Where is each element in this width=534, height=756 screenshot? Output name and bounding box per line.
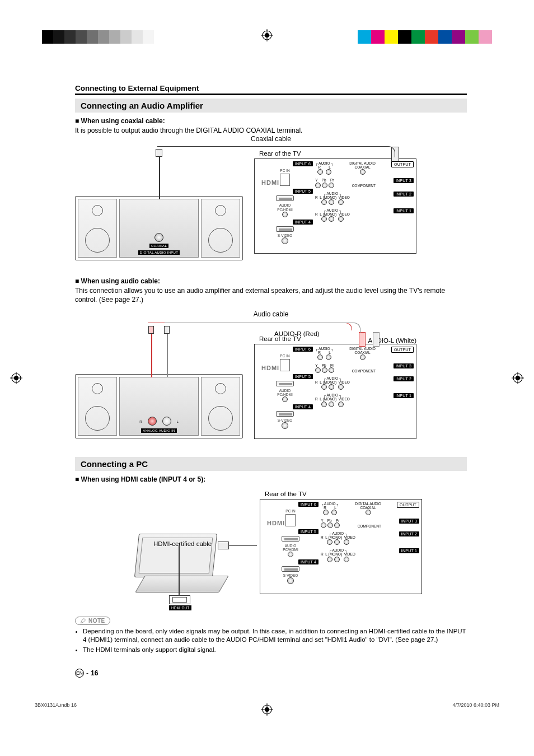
page: Connecting to External Equipment Connect… (0, 0, 534, 756)
note-label: NOTE (88, 618, 105, 624)
amplifier-icon: COAXIAL DIGITAL AUDIO INPUT (119, 199, 199, 258)
port-label: COAXIAL (149, 244, 168, 248)
panel-left-column: INPUT 6 HDMI PC IN INPUT 5 AUDIOPC/HDMI … (263, 502, 318, 591)
input-chip: INPUT 2 (394, 192, 414, 197)
subheading-audio-cable: When using audio cable: (75, 277, 467, 285)
jack-icon (282, 212, 288, 217)
registration-mark-icon (10, 372, 22, 384)
figure-caption: Audio cable (75, 310, 467, 318)
stereo-system-illustration: R L ANALOG AUDIO IN (75, 374, 243, 438)
panel-title: Rear of the TV (265, 491, 307, 497)
input-chip: INPUT 1 (394, 208, 414, 213)
content: Connecting to External Equipment Connect… (75, 84, 467, 655)
hdmi-out-port-icon (169, 595, 190, 604)
svideo-jack-icon (282, 237, 288, 244)
section-title-pc: Connecting a PC (75, 457, 467, 471)
figure-coaxial: COAXIAL DIGITAL AUDIO INPUT Rear of the … (75, 148, 416, 260)
print-footer: 3BX0131A.indb 16 4/7/2010 6:40:03 PM (35, 702, 499, 708)
subheading-coaxial: When using coaxial cable: (75, 117, 467, 125)
panel-title: Rear of the TV (259, 335, 301, 342)
port-label: COAXIAL (354, 165, 370, 169)
print-timestamp: 4/7/2010 6:40:03 PM (452, 702, 499, 708)
tv-rear-panel: Rear of the TV INPUT 6 HDMI PC IN INPUT … (254, 344, 416, 439)
section-title-amplifier: Connecting an Audio Amplifier (75, 99, 467, 113)
print-file: 3BX0131A.indb 16 (35, 702, 77, 708)
speaker-icon (78, 199, 117, 258)
page-footer: EN - 16 (75, 669, 98, 678)
panel-right-column: ┌ AUDIO ┐R L DIGITAL AUDIOCOAXIAL OUTPUT… (315, 347, 414, 436)
port-label: AUDIO (318, 161, 330, 165)
port-label: ANALOG AUDIO IN (141, 428, 177, 433)
paragraph: It is possible to output audio through t… (75, 126, 467, 135)
registration-mark-icon (512, 372, 524, 384)
speaker-icon (201, 377, 240, 436)
stereo-system-illustration: COAXIAL DIGITAL AUDIO INPUT (75, 196, 243, 260)
tv-rear-panel: Rear of the TV INPUT 6 HDMI PC IN INPUT … (254, 158, 416, 254)
note-badge: NOTE (75, 617, 110, 625)
note-item: Depending on the board, only video signa… (83, 627, 467, 645)
panel-left-column: INPUT 6 HDMI PC IN INPUT 5 AUDIOPC/HDMI … (257, 347, 313, 436)
cable-plug-icon (218, 542, 229, 549)
panel-right-column: ┌ AUDIO ┐R L DIGITAL AUDIOCOAXIAL OUTPUT… (321, 502, 419, 591)
color-bar (358, 30, 492, 44)
divider (75, 94, 467, 95)
figure-caption: Coaxial cable (75, 135, 467, 143)
cable-line (165, 323, 360, 333)
hdmi-logo-icon: HDMI (261, 179, 279, 186)
port-label: PC/HDMI (277, 208, 292, 212)
cable-line (179, 545, 180, 595)
figure-audio-cable: AUDIO-R (Red) AUDIO-L (White) R L ANALOG… (75, 324, 416, 447)
subheading-hdmi: When using HDMI cable (INPUT 4 or 5): (75, 475, 467, 483)
pencil-icon (80, 618, 86, 624)
input-chip: INPUT 5 (293, 189, 313, 194)
figure-hdmi-pc: HDMI OUT HDMI-certified cable Rear of th… (75, 489, 433, 606)
cable-plug-icon (359, 332, 366, 347)
amplifier-icon: R L ANALOG AUDIO IN (119, 377, 199, 436)
chapter-title: Connecting to External Equipment (75, 84, 467, 92)
cable-plug-icon (373, 332, 380, 347)
port-label: DIGITAL AUDIO INPUT (138, 250, 180, 255)
coaxial-jack-icon (154, 233, 163, 242)
note-item: The HDMI terminals only support digital … (83, 646, 467, 655)
hdmi-port-icon (276, 226, 294, 232)
language-badge: EN (75, 669, 84, 678)
output-chip: OUTPUT (391, 161, 414, 167)
input-chip: INPUT 3 (394, 178, 414, 183)
speaker-icon (201, 199, 240, 258)
tv-rear-panel: Rear of the TV INPUT 6 HDMI PC IN INPUT … (260, 499, 422, 594)
page-number: 16 (91, 669, 98, 677)
printer-marks (0, 26, 534, 46)
panel-right-column: ┌ AUDIO ┐R L DIGITAL AUDIOCOAXIAL OUTPUT… (315, 161, 414, 251)
port-label: S-VIDEO (278, 234, 293, 237)
rca-white-jack-icon (162, 417, 171, 426)
rca-red-jack-icon (148, 417, 157, 426)
speaker-icon (78, 377, 117, 436)
grayscale-bar (42, 30, 154, 44)
port-label: DIGITAL AUDIO (349, 161, 376, 165)
input-chip: INPUT 6 (293, 161, 313, 166)
paragraph: This connection allows you to use an aud… (75, 286, 467, 304)
cable-label: HDMI-certified cable (153, 540, 212, 547)
registration-mark-icon (261, 29, 273, 41)
input-chip: INPUT 4 (293, 220, 313, 225)
hdmi-port-icon (276, 195, 294, 201)
port-label: PC IN (280, 169, 289, 172)
port-label: COMPONENT (352, 184, 376, 188)
note-list: Depending on the board, only video signa… (75, 627, 467, 655)
cable-line (157, 146, 395, 157)
port-label: AUDIO (279, 203, 291, 207)
panel-left-column: INPUT 6 HDMI PC IN INPUT 5 AUDIOPC/HDMI … (257, 161, 313, 251)
port-label: HDMI OUT (169, 605, 191, 610)
